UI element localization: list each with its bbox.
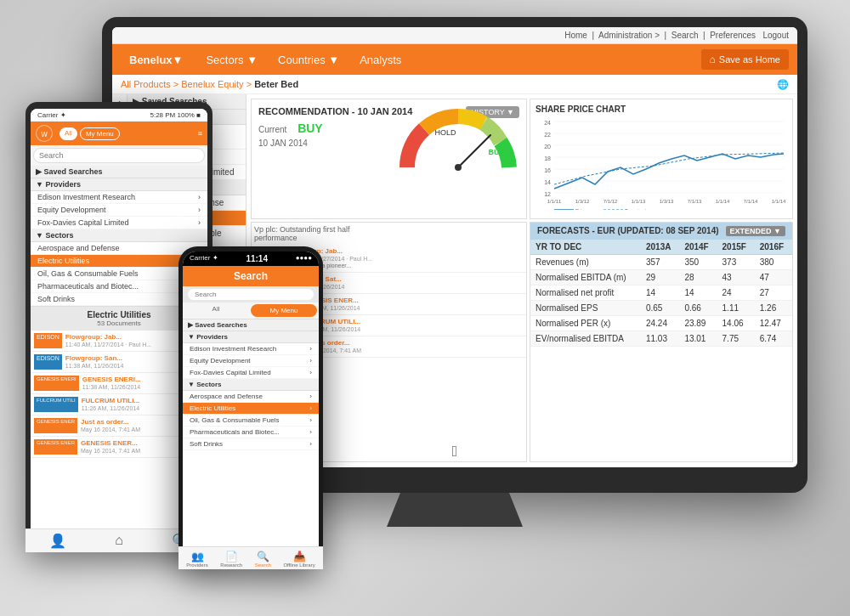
svg-text:18: 18 <box>544 155 551 161</box>
phone-provider-equity[interactable]: Equity Development› <box>183 355 319 367</box>
tablet-search-input[interactable] <box>33 148 205 163</box>
phone-search-bottom-icon[interactable]: 🔍 Search <box>255 551 271 562</box>
svg-text:1/3/12: 1/3/12 <box>575 199 590 204</box>
tablet-nav-buttons: All My Menu <box>60 127 120 140</box>
phone-screen: Carrier ✦ 11:14 ●●●● Search All My Menu … <box>183 251 319 562</box>
phone-status-bar: Carrier ✦ 11:14 ●●●● <box>183 251 319 266</box>
svg-text:Target price: Target price <box>625 208 652 210</box>
topbar-links: Home | Administration > | Search | Prefe… <box>564 31 789 40</box>
rec-buy-label: BUY <box>298 122 323 135</box>
tablet-provider-equity[interactable]: Equity Development › <box>31 204 207 217</box>
phone-content: ▶ Saved Searches ▼ Providers Edison Inve… <box>183 319 319 450</box>
phone-sector-pharma[interactable]: Pharmaceuticals and Biotec...› <box>183 427 319 438</box>
svg-text:22: 22 <box>544 132 551 138</box>
scene: Home | Administration > | Search | Prefe… <box>0 0 850 616</box>
phone-providers-header[interactable]: ▼ Providers <box>183 331 319 343</box>
nav-countries[interactable]: Countries ▼ <box>268 48 349 71</box>
phone-search-title: Search <box>183 266 319 286</box>
share-price-chart-panel: SHARE PRICE CHART 24 22 20 18 16 14 12 <box>530 99 793 219</box>
svg-text:7/1/13: 7/1/13 <box>688 199 702 204</box>
table-row: Normalised EBITDA (m) 29 28 43 47 <box>530 270 792 285</box>
col-2014: 2014F <box>679 240 717 255</box>
col-2015: 2015F <box>717 240 755 255</box>
extended-button[interactable]: EXTENDED ▼ <box>726 226 785 236</box>
col-2013: 2013A <box>641 240 679 255</box>
phone-providers-icon[interactable]: 👥 Providers <box>186 551 207 562</box>
phone-frame: Carrier ✦ 11:14 ●●●● Search All My Menu … <box>178 246 323 569</box>
tablet-providers-header[interactable]: ▼ Providers <box>31 178 207 191</box>
breadcrumb: All Products > Benelux Equity > Beter Be… <box>112 75 797 94</box>
tablet-status-bar: Carrier ✦ 5:28 PM 100% ■ <box>31 109 207 122</box>
phone-sectors-header[interactable]: ▼ Sectors <box>183 379 319 391</box>
phone-search-input[interactable] <box>188 289 314 300</box>
phone-saved-searches[interactable]: ▶ Saved Searches <box>183 319 319 331</box>
tablet-provider-edison[interactable]: Edison Investment Research › <box>31 191 207 204</box>
col-2016: 2016F <box>755 240 792 255</box>
tablet-sectors-header[interactable]: ▼ Sectors <box>31 229 207 242</box>
chart-title: SHARE PRICE CHART <box>536 105 787 114</box>
svg-text:14: 14 <box>544 179 551 185</box>
recommendation-panel: RECOMMENDATION - 10 JAN 2014 Current BUY… <box>251 99 527 219</box>
svg-text:1/3/13: 1/3/13 <box>660 199 674 204</box>
table-row: Normalised net profit 14 14 24 27 <box>530 285 792 301</box>
phone-sector-electric[interactable]: Electric Utilities› <box>183 403 319 415</box>
phone-sector-aerospace[interactable]: Aerospace and Defense› <box>183 391 319 403</box>
tablet-account-icon[interactable]: 👤 <box>49 533 66 544</box>
svg-text:20: 20 <box>544 144 551 150</box>
tablet-search-bar <box>31 145 207 166</box>
col-yr: YR TO DEC <box>530 240 641 255</box>
phone-bottom-nav: 👥 Providers 📄 Research 🔍 Search 📥 Offlin… <box>183 546 319 562</box>
phone-provider-fox[interactable]: Fox-Davies Capital Limited› <box>183 367 319 379</box>
nav-analysts[interactable]: Analysts <box>349 48 411 71</box>
phone-sector-oil[interactable]: Oil, Gas & Consumable Fuels› <box>183 415 319 427</box>
monitor-topbar: Home | Administration > | Search | Prefe… <box>112 27 797 44</box>
svg-text:7/1/12: 7/1/12 <box>604 199 618 204</box>
tablet-menu-icon[interactable]: ≡ <box>198 129 202 138</box>
svg-text:1/1/14: 1/1/14 <box>716 199 730 204</box>
tablet-logo-icon: w <box>36 125 53 142</box>
svg-text:7/1/14: 7/1/14 <box>744 199 758 204</box>
nav-sectors[interactable]: Sectors ▼ <box>196 48 268 71</box>
tablet-provider-fox[interactable]: Fox-Davies Capital Limited › <box>31 217 207 229</box>
phone-research-icon[interactable]: 📄 Research <box>220 551 242 562</box>
phone-device: Carrier ✦ 11:14 ●●●● Search All My Menu … <box>178 246 323 569</box>
tablet-home-icon[interactable]: ⌂ <box>115 533 123 544</box>
apple-logo-icon:  <box>452 443 458 461</box>
svg-line-0 <box>458 135 490 167</box>
svg-text:12: 12 <box>544 191 551 197</box>
save-as-home-button[interactable]: ⌂ Save as Home <box>701 49 789 70</box>
phone-search-bar <box>183 286 319 302</box>
phone-btn-mymenu[interactable]: My Menu <box>251 304 317 317</box>
monitor-stand <box>387 493 523 527</box>
table-row: Normalised PER (x) 24.24 23.89 14.06 12.… <box>530 316 792 331</box>
svg-text:1/1/14: 1/1/14 <box>772 199 786 204</box>
tablet-btn-all[interactable]: All <box>60 127 77 140</box>
forecasts-table: YR TO DEC 2013A 2014F 2015F 2016F <box>530 240 792 347</box>
phone-provider-edison[interactable]: Edison Investment Research› <box>183 343 319 355</box>
tablet-topbar: w All My Menu ≡ <box>31 122 207 145</box>
table-row: EV/normalised EBITDA 11.03 13.01 7.75 6.… <box>530 331 792 347</box>
gauge-chart: HOLD BUY <box>399 108 518 176</box>
svg-text:1/1/11: 1/1/11 <box>547 199 562 204</box>
svg-text:Price: Price <box>575 208 587 210</box>
globe-icon[interactable]: 🌐 <box>777 79 789 90</box>
svg-text:16: 16 <box>544 167 551 173</box>
brand-benelux[interactable]: Benelux▼ <box>121 48 191 71</box>
svg-text:24: 24 <box>544 120 551 126</box>
svg-point-1 <box>455 164 462 171</box>
svg-text:1/1/13: 1/1/13 <box>632 199 646 204</box>
phone-btn-all[interactable]: All <box>183 302 249 319</box>
phone-offline-icon[interactable]: 📥 Offline Library <box>283 551 314 562</box>
svg-text:HOLD: HOLD <box>434 128 456 137</box>
price-chart-svg: 24 22 20 18 16 14 12 <box>536 116 786 210</box>
tablet-btn-mymenu[interactable]: My Menu <box>80 127 120 140</box>
forecasts-header: FORECASTS - EUR (UPDATED: 08 SEP 2014) E… <box>530 223 792 240</box>
phone-nav-tabs: All My Menu <box>183 302 319 319</box>
tablet-saved-searches[interactable]: ▶ Saved Searches <box>31 166 207 178</box>
table-row: Normalised EPS 0.65 0.66 1.11 1.26 <box>530 301 792 316</box>
phone-sector-drinks[interactable]: Soft Drinks› <box>183 438 319 450</box>
table-row: Revenues (m) 357 350 373 380 <box>530 255 792 270</box>
monitor-nav: Benelux▼ Sectors ▼ Countries ▼ Analysts … <box>112 44 797 75</box>
svg-text:BUY: BUY <box>488 148 504 156</box>
forecasts-panel: FORECASTS - EUR (UPDATED: 08 SEP 2014) E… <box>530 222 793 462</box>
